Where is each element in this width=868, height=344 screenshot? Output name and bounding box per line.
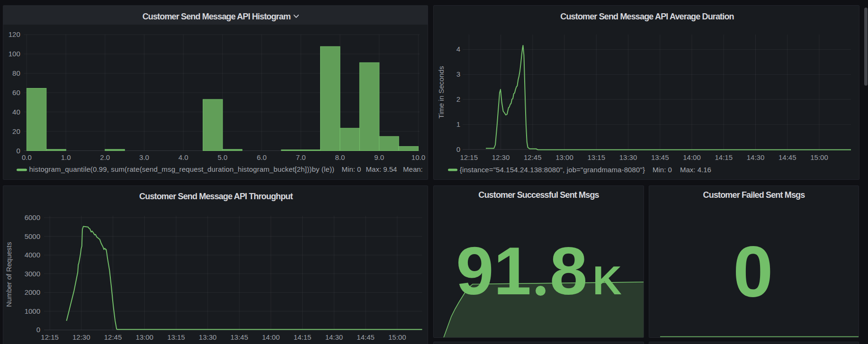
svg-text:10.0: 10.0: [412, 153, 425, 161]
svg-text:4.0: 4.0: [179, 153, 188, 161]
svg-text:Min: 0: Min: 0: [342, 165, 361, 173]
svg-text:14:00: 14:00: [683, 153, 701, 161]
svg-text:12:45: 12:45: [104, 333, 122, 341]
svg-text:1000: 1000: [25, 307, 40, 315]
svg-text:60: 60: [12, 88, 20, 97]
svg-text:3000: 3000: [25, 270, 40, 278]
svg-text:13:45: 13:45: [651, 153, 669, 161]
svg-text:4: 4: [456, 45, 460, 53]
svg-text:6.0: 6.0: [257, 153, 267, 161]
svg-text:14:30: 14:30: [747, 153, 765, 161]
svg-text:13:00: 13:00: [135, 333, 153, 341]
svg-text:12:45: 12:45: [524, 153, 542, 161]
svg-text:9.0: 9.0: [374, 153, 384, 161]
svg-text:13:15: 13:15: [167, 333, 185, 341]
svg-text:14:45: 14:45: [357, 333, 375, 341]
svg-text:{instance="54.154.24.138:8080": {instance="54.154.24.138:8080", job="gra…: [460, 166, 645, 174]
svg-text:8.0: 8.0: [335, 153, 345, 161]
svg-text:1.0: 1.0: [61, 153, 71, 161]
svg-text:0.0: 0.0: [22, 153, 32, 161]
svg-text:6000: 6000: [25, 213, 40, 221]
svg-text:13:30: 13:30: [619, 153, 637, 161]
svg-text:14:15: 14:15: [294, 333, 312, 341]
svg-text:13:30: 13:30: [199, 333, 217, 341]
svg-text:Customer Send Message API Thro: Customer Send Message API Throughput: [139, 192, 293, 201]
svg-text:120: 120: [9, 30, 20, 38]
svg-text:histogram_quantile(0.99, sum(r: histogram_quantile(0.99, sum(rate(send_m…: [29, 165, 335, 173]
svg-text:Max: 4.16: Max: 4.16: [680, 166, 711, 174]
svg-text:12:15: 12:15: [41, 333, 59, 341]
svg-text:15:00: 15:00: [810, 153, 828, 161]
svg-text:100: 100: [9, 50, 20, 58]
svg-text:20: 20: [12, 127, 20, 135]
svg-text:Max: 9.54: Max: 9.54: [366, 165, 397, 173]
svg-text:14:45: 14:45: [779, 153, 796, 161]
svg-text:3.0: 3.0: [139, 153, 149, 161]
svg-text:13:00: 13:00: [555, 153, 573, 161]
svg-text:12:15: 12:15: [460, 153, 478, 161]
svg-text:5.0: 5.0: [217, 153, 227, 161]
svg-text:2000: 2000: [25, 288, 40, 296]
svg-text:Time in Seconds: Time in Seconds: [437, 66, 445, 118]
svg-text:2: 2: [456, 95, 460, 103]
svg-text:3: 3: [456, 70, 460, 78]
svg-text:14:15: 14:15: [715, 153, 733, 161]
svg-text:1: 1: [456, 120, 460, 128]
svg-text:13:45: 13:45: [231, 333, 249, 341]
svg-text:0: 0: [456, 145, 460, 153]
svg-text:0: 0: [36, 326, 40, 334]
svg-text:0: 0: [16, 147, 20, 155]
svg-text:Mean:: Mean:: [403, 165, 423, 173]
svg-text:14:00: 14:00: [262, 333, 280, 341]
svg-text:Customer Send Message API Aver: Customer Send Message API Average Durati…: [560, 12, 734, 21]
svg-text:5000: 5000: [25, 232, 40, 240]
svg-text:7.0: 7.0: [296, 153, 306, 161]
svg-text:12:30: 12:30: [72, 333, 90, 341]
svg-text:12:30: 12:30: [492, 153, 510, 161]
svg-text:80: 80: [12, 69, 20, 77]
svg-text:4000: 4000: [25, 251, 40, 259]
svg-text:13:15: 13:15: [588, 153, 606, 161]
svg-text:Customer Send Message API Hist: Customer Send Message API Histogram: [143, 12, 291, 21]
svg-text:2.0: 2.0: [100, 153, 110, 161]
svg-text:40: 40: [12, 108, 20, 116]
svg-text:15:00: 15:00: [388, 333, 406, 341]
svg-text:Min: 0: Min: 0: [653, 166, 672, 174]
svg-text:Number of Requests: Number of Requests: [5, 242, 13, 307]
svg-text:14:30: 14:30: [325, 333, 343, 341]
